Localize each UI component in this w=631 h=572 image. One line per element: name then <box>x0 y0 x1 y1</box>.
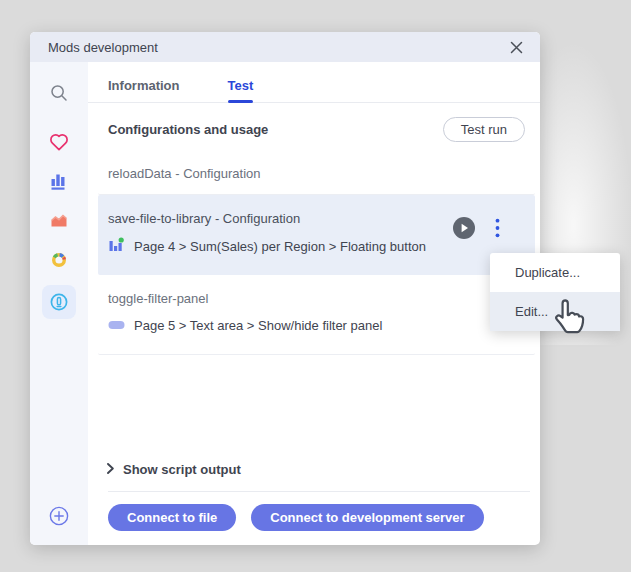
connect-to-dev-server-button[interactable]: Connect to development server <box>251 504 483 531</box>
mods-icon[interactable] <box>42 285 76 319</box>
add-plus-icon[interactable] <box>42 499 76 533</box>
mini-bar-chart-icon <box>108 236 125 257</box>
dialog-title: Mods development <box>48 40 508 55</box>
connect-to-file-button[interactable]: Connect to file <box>108 504 236 531</box>
config-usage: Page 4 > Sum(Sales) per Region > Floatin… <box>108 236 525 257</box>
bar-chart-icon[interactable] <box>42 164 76 198</box>
visualization-sidebar <box>30 62 88 545</box>
configuration-list: reloadData - Configuration save-file-to-… <box>98 152 535 355</box>
section-heading: Configurations and usage <box>108 122 268 137</box>
dialog-content: Information Test Configurations and usag… <box>88 62 540 545</box>
chevron-right-icon <box>107 460 114 478</box>
text-area-pill-icon <box>108 316 125 334</box>
expander-label: Show script output <box>123 462 241 477</box>
show-script-output-expander[interactable]: Show script output <box>107 460 525 478</box>
usage-path: Page 5 > Text area > Show/hide filter pa… <box>134 318 382 333</box>
tab-test[interactable]: Test <box>228 78 254 102</box>
config-usage: Page 5 > Text area > Show/hide filter pa… <box>108 316 525 334</box>
favorites-heart-icon[interactable] <box>42 125 76 159</box>
menu-item-duplicate[interactable]: Duplicate... <box>490 253 620 292</box>
usage-path: Page 4 > Sum(Sales) per Region > Floatin… <box>134 239 426 254</box>
dialog-titlebar: Mods development <box>30 32 540 62</box>
config-row-toggle-filter[interactable]: toggle-filter-panel Page 5 > Text area >… <box>98 275 535 355</box>
search-icon[interactable] <box>42 76 76 110</box>
section-header: Configurations and usage Test run <box>108 117 525 142</box>
donut-chart-icon[interactable] <box>42 242 76 276</box>
footer-divider <box>108 491 530 492</box>
test-run-button[interactable]: Test run <box>443 117 525 142</box>
config-row-reloaddata[interactable]: reloadData - Configuration <box>98 152 535 195</box>
dialog-footer: Show script output Connect to file Conne… <box>108 460 525 531</box>
row-actions <box>453 217 503 239</box>
config-title: reloadData - Configuration <box>108 166 525 181</box>
config-title: toggle-filter-panel <box>108 291 525 306</box>
footer-buttons: Connect to file Connect to development s… <box>108 504 525 531</box>
area-chart-icon[interactable] <box>42 203 76 237</box>
context-menu: Duplicate... Edit... <box>490 253 620 331</box>
menu-item-edit[interactable]: Edit... <box>490 292 620 331</box>
config-row-save-file[interactable]: save-file-to-library - Configuration Pag… <box>98 195 535 275</box>
kebab-menu-icon[interactable] <box>491 217 503 239</box>
tab-information[interactable]: Information <box>108 78 180 102</box>
play-button[interactable] <box>453 217 475 239</box>
tab-bar: Information Test <box>88 62 540 103</box>
mods-development-dialog: Mods development Information Tes <box>30 32 540 545</box>
close-icon[interactable] <box>508 39 524 55</box>
